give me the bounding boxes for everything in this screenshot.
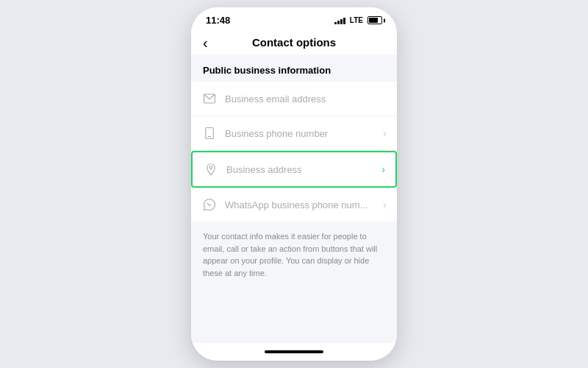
- page-title: Contact options: [252, 36, 336, 49]
- status-icons: LTE: [334, 16, 382, 24]
- whatsapp-list-item[interactable]: WhatsApp business phone num... ›: [191, 188, 397, 222]
- location-icon: [203, 161, 219, 177]
- email-list-item[interactable]: Business email address: [191, 82, 397, 116]
- battery-icon: [368, 16, 382, 24]
- nav-bar: ‹ Contact options: [191, 30, 397, 54]
- phone-chevron: ›: [383, 127, 387, 139]
- address-list-item[interactable]: Business address ›: [191, 151, 397, 188]
- status-time: 11:48: [206, 15, 230, 26]
- back-button[interactable]: ‹: [203, 35, 208, 50]
- status-bar: 11:48 LTE: [191, 7, 397, 30]
- address-item-text: Business address: [226, 164, 381, 175]
- email-icon: [201, 91, 218, 107]
- email-item-text: Business email address: [225, 93, 387, 105]
- whatsapp-icon: [201, 197, 218, 213]
- description-text: Your contact info makes it easier for pe…: [191, 222, 397, 288]
- content-area: Public business information Business ema…: [191, 54, 397, 343]
- home-bar: [265, 350, 323, 353]
- phone-item-text: Business phone number: [225, 128, 383, 139]
- list-container: Business email address Business phone nu…: [191, 82, 397, 222]
- lte-label: LTE: [350, 16, 363, 24]
- address-chevron: ›: [381, 163, 385, 175]
- section-label: Public business information: [191, 54, 397, 82]
- phone-frame: 11:48 LTE ‹ Contact options Public busin…: [191, 7, 397, 361]
- signal-icon: [334, 17, 345, 24]
- phone-icon: [201, 125, 218, 141]
- svg-point-3: [209, 166, 212, 169]
- whatsapp-item-text: WhatsApp business phone num...: [225, 199, 383, 210]
- whatsapp-chevron: ›: [383, 199, 387, 210]
- home-indicator: [191, 343, 397, 361]
- svg-rect-1: [206, 128, 214, 139]
- phone-list-item[interactable]: Business phone number ›: [191, 116, 397, 151]
